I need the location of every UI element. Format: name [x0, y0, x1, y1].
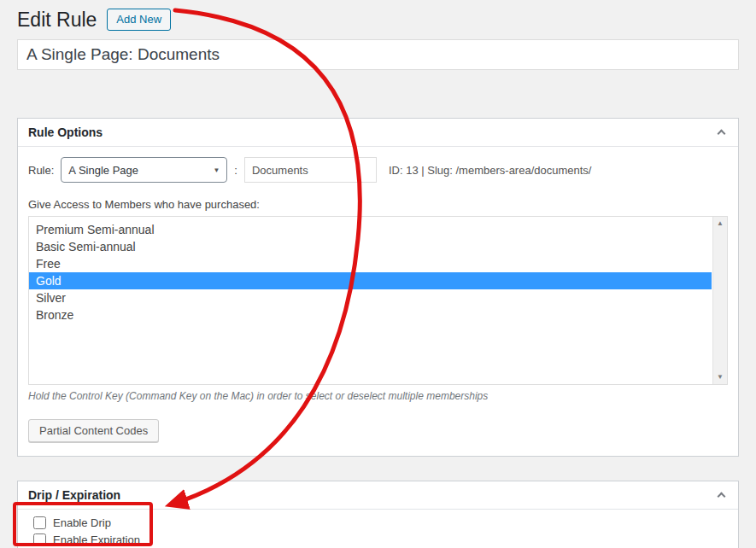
drip-expiration-body: Enable Drip Enable Expiration: [18, 510, 738, 548]
rule-options-header[interactable]: Rule Options: [18, 119, 738, 147]
select-caret-icon: ▼: [213, 166, 220, 174]
enable-drip-row[interactable]: Enable Drip: [28, 516, 728, 529]
membership-option[interactable]: Bronze: [29, 306, 712, 324]
membership-option[interactable]: Silver: [29, 289, 712, 306]
enable-expiration-row[interactable]: Enable Expiration: [28, 533, 728, 546]
membership-listbox[interactable]: Premium Semi-annual Basic Semi-annual Fr…: [28, 216, 728, 385]
drip-expiration-panel: Drip / Expiration Enable Drip Enable Exp…: [17, 481, 739, 548]
rule-row: Rule: A Single Page ▼ : ID: 13 | Slug: /…: [28, 157, 728, 183]
rule-label: Rule:: [28, 164, 54, 177]
membership-option[interactable]: Premium Semi-annual: [29, 221, 712, 238]
rule-type-selected-value: A Single Page: [68, 164, 138, 177]
page-title: Edit Rule: [17, 8, 97, 32]
separator-colon: :: [234, 164, 237, 177]
rule-options-title: Rule Options: [28, 125, 103, 139]
membership-option[interactable]: Free: [29, 255, 712, 272]
rule-options-body: Rule: A Single Page ▼ : ID: 13 | Slug: /…: [18, 147, 738, 456]
partial-content-codes-button[interactable]: Partial Content Codes: [28, 419, 159, 442]
id-slug-text: ID: 13 | Slug: /members-area/documents/: [389, 164, 591, 177]
rule-title-input[interactable]: [17, 39, 739, 70]
access-label: Give Access to Members who have purchase…: [28, 198, 728, 211]
enable-drip-label: Enable Drip: [53, 516, 111, 529]
drip-expiration-title: Drip / Expiration: [28, 488, 120, 502]
scroll-up-icon[interactable]: ▲: [713, 217, 727, 230]
membership-option[interactable]: Basic Semi-annual: [29, 238, 712, 255]
collapse-chevron-icon[interactable]: [718, 493, 726, 501]
enable-drip-checkbox[interactable]: [33, 516, 46, 529]
scroll-down-icon[interactable]: ▼: [713, 370, 727, 384]
enable-expiration-checkbox[interactable]: [33, 533, 46, 546]
rule-name-input[interactable]: [244, 157, 377, 183]
membership-option-selected[interactable]: Gold: [29, 272, 712, 289]
listbox-scrollbar[interactable]: ▲ ▼: [712, 217, 727, 384]
multi-select-note: Hold the Control Key (Command Key on the…: [28, 390, 728, 402]
add-new-button[interactable]: Add New: [107, 9, 171, 31]
drip-expiration-header[interactable]: Drip / Expiration: [18, 481, 738, 510]
membership-list: Premium Semi-annual Basic Semi-annual Fr…: [29, 217, 727, 324]
page-header: Edit Rule Add New: [0, 0, 756, 32]
collapse-chevron-icon[interactable]: [718, 130, 726, 138]
rule-type-select[interactable]: A Single Page ▼: [61, 157, 227, 183]
enable-expiration-label: Enable Expiration: [53, 533, 140, 546]
rule-options-panel: Rule Options Rule: A Single Page ▼ : ID:…: [17, 118, 739, 457]
